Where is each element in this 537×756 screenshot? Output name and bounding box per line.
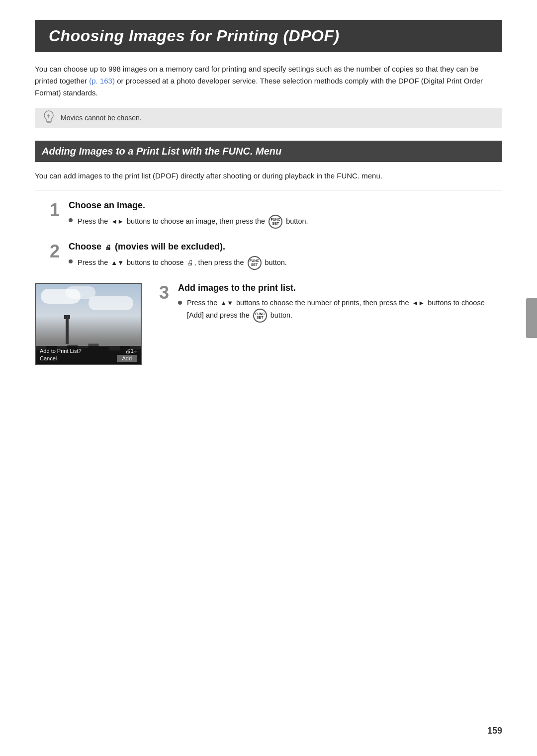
step-1-number: 1 xyxy=(35,201,60,219)
title-bar: Choosing Images for Printing (DPOF) xyxy=(35,20,502,52)
bullet-dot-2 xyxy=(69,259,73,263)
print-icon: 🖨 xyxy=(105,244,111,251)
section-description: You can add images to the print list (DP… xyxy=(35,170,502,182)
step-3-row: Add to Print List? 🖨1÷ Cancel Add 3 Add … xyxy=(35,283,502,365)
step-3-content: Add images to the print list. Press the … xyxy=(178,283,502,326)
step-2-title: Choose 🖨 (movies will be excluded). xyxy=(69,242,502,252)
step-3-number: 3 xyxy=(144,284,169,302)
step-3-title: Add images to the print list. xyxy=(178,283,502,293)
step-1-title: Choose an image. xyxy=(69,200,502,211)
step-3-image-col: Add to Print List? 🖨1÷ Cancel Add xyxy=(35,283,144,365)
step-2-number: 2 xyxy=(35,243,60,260)
cancel-button-overlay: Cancel xyxy=(40,355,57,362)
add-to-print-label: Add to Print List? xyxy=(40,348,82,354)
steps-area: 1 Choose an image. Press the ◄► buttons … xyxy=(35,200,502,375)
step-2-row: 2 Choose 🖨 (movies will be excluded). Pr… xyxy=(35,242,502,273)
step-2-content: Choose 🖨 (movies will be excluded). Pres… xyxy=(69,242,502,273)
step-1-row: 1 Choose an image. Press the ◄► buttons … xyxy=(35,200,502,232)
step-1-bullet-text: Press the ◄► buttons to choose an image,… xyxy=(78,215,308,229)
camera-overlay-bottom: Cancel Add xyxy=(40,355,137,362)
step-1-content: Choose an image. Press the ◄► buttons to… xyxy=(69,200,502,232)
step-1-bullet-1: Press the ◄► buttons to choose an image,… xyxy=(69,215,502,229)
step-3-right: 3 Add images to the print list. Press th… xyxy=(144,283,502,326)
camera-overlay-bar: Add to Print List? 🖨1÷ Cancel Add xyxy=(36,346,141,364)
note-text: Movies cannot be chosen. xyxy=(61,114,142,122)
right-tab xyxy=(526,298,537,338)
intro-paragraph: You can choose up to 998 images on a mem… xyxy=(35,63,502,99)
page-link[interactable]: (p. 163) xyxy=(89,77,115,85)
tower xyxy=(66,319,69,344)
note-box: Movies cannot be chosen. xyxy=(35,108,502,128)
step-2-bullet-text: Press the ▲▼ buttons to choose 🖨, then p… xyxy=(78,256,287,270)
func-set-button-3: FUNCSET xyxy=(253,309,267,323)
note-icon xyxy=(42,109,56,126)
divider xyxy=(35,190,502,190)
lr-arrows-icon-3: ◄► xyxy=(412,298,425,309)
section-heading: Adding Images to a Print List with the F… xyxy=(35,141,502,162)
bullet-dot xyxy=(69,218,73,222)
cloud3 xyxy=(89,296,133,310)
camera-overlay-top: Add to Print List? 🖨1÷ xyxy=(40,348,137,354)
bullet-dot-3 xyxy=(178,301,182,305)
camera-screen: Add to Print List? 🖨1÷ Cancel Add xyxy=(35,283,142,365)
ud-arrows-icon: ▲▼ xyxy=(111,258,124,268)
page-title: Choosing Images for Printing (DPOF) xyxy=(49,27,488,45)
page-container: Choosing Images for Printing (DPOF) You … xyxy=(0,0,537,756)
ud-arrows-icon-3: ▲▼ xyxy=(220,298,233,309)
func-set-button-2: FUNCSET xyxy=(248,256,262,270)
page-number: 159 xyxy=(487,726,502,736)
func-set-button: FUNCSET xyxy=(268,215,282,229)
cloud2 xyxy=(66,286,95,299)
add-button-overlay: Add xyxy=(117,355,137,362)
print-icon-overlay: 🖨1÷ xyxy=(125,348,137,354)
print-icon-2: 🖨 xyxy=(187,258,193,268)
section-title: Adding Images to a Print List with the F… xyxy=(42,146,281,157)
step-3-bullet-1: Press the ▲▼ buttons to choose the numbe… xyxy=(178,297,502,323)
step-2-bullet-1: Press the ▲▼ buttons to choose 🖨, then p… xyxy=(69,256,502,270)
lr-arrows-icon: ◄► xyxy=(111,217,124,227)
step-3-bullet-text: Press the ▲▼ buttons to choose the numbe… xyxy=(187,297,502,323)
